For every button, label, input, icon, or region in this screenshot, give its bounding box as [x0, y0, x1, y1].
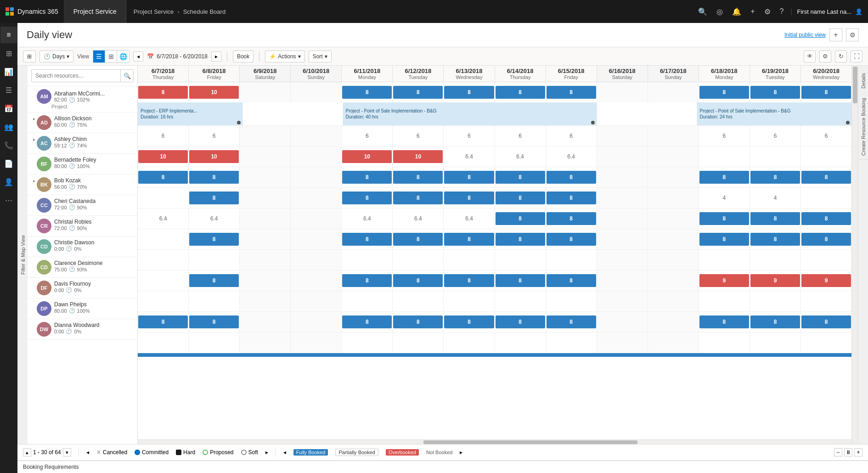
- resource-row[interactable]: ▸ AD Allison Dickson 60:00 🕐 75%: [28, 113, 137, 133]
- grid-cell[interactable]: 6: [546, 126, 597, 146]
- next-arrow[interactable]: ▸: [211, 51, 221, 62]
- booking-block[interactable]: 8: [496, 274, 545, 287]
- booking-block[interactable]: 8: [342, 315, 392, 328]
- resource-row[interactable]: DW Dianna Woodward 0:00 🕐 0%: [28, 319, 137, 340]
- booking-block[interactable]: 8: [496, 212, 545, 225]
- grid-cell[interactable]: 8: [801, 167, 851, 187]
- resource-row[interactable]: AM Abraham McCormi... 82:00 🕐 102% Proje…: [28, 86, 137, 113]
- expand-icon[interactable]: [31, 281, 37, 282]
- grid-cell[interactable]: 6: [393, 126, 444, 146]
- search-icon[interactable]: 🔍: [698, 7, 707, 16]
- grid-cell[interactable]: 8: [138, 167, 189, 187]
- expand-icon[interactable]: [31, 198, 37, 199]
- grid-cell[interactable]: 8: [495, 312, 546, 332]
- booking-block[interactable]: 8: [393, 171, 443, 184]
- grid-cell[interactable]: 8: [699, 167, 750, 187]
- grid-cell[interactable]: 8: [801, 312, 851, 332]
- booking-block[interactable]: 8: [801, 171, 851, 184]
- grid-cell[interactable]: 6: [699, 126, 750, 146]
- target-icon[interactable]: ◎: [716, 7, 723, 16]
- grid-cell[interactable]: 8: [546, 270, 597, 291]
- booking-block[interactable]: 10: [138, 150, 188, 163]
- sidebar-phone-icon[interactable]: 📞: [0, 137, 17, 153]
- booking-block[interactable]: 8: [393, 191, 443, 204]
- grid-cell[interactable]: 8: [189, 167, 240, 187]
- booking-block[interactable]: 8: [699, 171, 749, 184]
- grid-cell[interactable]: 8: [801, 82, 851, 102]
- legend-prev2[interactable]: ◂: [283, 449, 286, 456]
- booking-block[interactable]: 8: [699, 86, 749, 99]
- sidebar-docs-icon[interactable]: 📄: [0, 155, 17, 172]
- booking-block[interactable]: 8: [547, 274, 596, 287]
- initial-public-view-link[interactable]: Initial public view: [784, 32, 826, 38]
- grid-cell[interactable]: 8: [495, 82, 546, 102]
- grid-cell[interactable]: 10: [189, 146, 240, 167]
- legend-prev[interactable]: ◂: [86, 449, 89, 456]
- expand-icon[interactable]: [31, 301, 37, 302]
- grid-icon-button[interactable]: ⊞: [23, 51, 36, 62]
- booking-block[interactable]: 8: [496, 171, 545, 184]
- booking-block[interactable]: 8: [444, 315, 494, 328]
- resource-row[interactable]: ▸ BK Bob Kozak 56:00 🕐 70%: [28, 175, 137, 195]
- expand-icon[interactable]: [31, 219, 37, 220]
- horizontal-scrollbar[interactable]: [138, 439, 851, 444]
- booking-block[interactable]: 8: [342, 191, 392, 204]
- grid-cell[interactable]: 8: [546, 167, 597, 187]
- booking-block[interactable]: 8: [189, 171, 239, 184]
- grid-cell[interactable]: 6.4: [393, 208, 444, 229]
- grid-cell[interactable]: 8: [801, 208, 851, 229]
- grid-cell[interactable]: 8: [495, 270, 546, 291]
- zoom-out-btn[interactable]: −: [834, 448, 842, 456]
- grid-cell[interactable]: 8: [750, 312, 801, 332]
- booking-block[interactable]: 8: [750, 315, 800, 328]
- booking-block[interactable]: 8: [393, 233, 443, 246]
- grid-cell[interactable]: 8: [189, 312, 240, 332]
- booking-block[interactable]: 8: [444, 274, 494, 287]
- expand-icon[interactable]: [31, 322, 37, 323]
- booking-block[interactable]: 9: [750, 274, 800, 287]
- expand-icon[interactable]: [31, 157, 37, 158]
- grid-cell[interactable]: 9: [699, 270, 750, 291]
- grid-cell[interactable]: 8: [393, 188, 444, 208]
- grid-cell[interactable]: 8: [750, 82, 801, 102]
- help-icon[interactable]: ?: [780, 7, 784, 16]
- booking-block[interactable]: 8: [138, 171, 188, 184]
- grid-cell[interactable]: 8: [189, 229, 240, 249]
- days-dropdown[interactable]: 🕐 Days ▾: [39, 51, 73, 62]
- resource-row[interactable]: CR Christal Robles 72:00 🕐 90%: [28, 216, 137, 236]
- grid-cell[interactable]: 8: [342, 229, 393, 249]
- resource-row[interactable]: BF Bernadette Foley 80:00 🕐 100%: [28, 154, 137, 175]
- grid-cell[interactable]: 8: [699, 312, 750, 332]
- grid-cell[interactable]: 8: [750, 167, 801, 187]
- grid-cell[interactable]: 8: [444, 167, 495, 187]
- booking-block[interactable]: 8: [750, 86, 800, 99]
- grid-cell[interactable]: 8: [393, 167, 444, 187]
- grid-cell[interactable]: 6.4: [342, 208, 393, 229]
- grid-cell[interactable]: 6.4: [495, 146, 546, 167]
- grid-cell[interactable]: 10: [393, 146, 444, 167]
- grid-cell[interactable]: 8: [444, 188, 495, 208]
- refresh-btn[interactable]: ↻: [835, 51, 847, 62]
- zoom-in-btn[interactable]: +: [854, 448, 862, 456]
- grid-cell[interactable]: 8: [393, 229, 444, 249]
- grid-cell[interactable]: 8: [138, 82, 189, 102]
- booking-block[interactable]: 10: [189, 86, 239, 99]
- notification-icon[interactable]: 🔔: [732, 7, 741, 16]
- booking-block[interactable]: 8: [342, 171, 392, 184]
- grid-cell[interactable]: 6.4: [138, 208, 189, 229]
- sidebar-people-icon[interactable]: 👥: [0, 118, 17, 135]
- sidebar-calendar-icon[interactable]: 📅: [0, 100, 17, 117]
- booking-block[interactable]: 8: [547, 171, 596, 184]
- grid-cell[interactable]: 8: [495, 229, 546, 249]
- booking-block[interactable]: 8: [801, 86, 851, 99]
- grid-cell[interactable]: 6: [189, 126, 240, 146]
- grid-cell[interactable]: 8: [699, 82, 750, 102]
- grid-cell[interactable]: 8: [342, 312, 393, 332]
- add-icon[interactable]: +: [750, 7, 755, 16]
- filter-map-view-tab[interactable]: Filter & Map View: [17, 66, 28, 444]
- header-add-button[interactable]: +: [829, 28, 842, 41]
- grid-cell[interactable]: 10: [342, 146, 393, 167]
- grid-cell[interactable]: 10: [138, 146, 189, 167]
- resource-row[interactable]: CD Clarence Desimone 75:00 🕐 93%: [28, 257, 137, 278]
- breadcrumb-item-1[interactable]: Project Service: [134, 8, 174, 15]
